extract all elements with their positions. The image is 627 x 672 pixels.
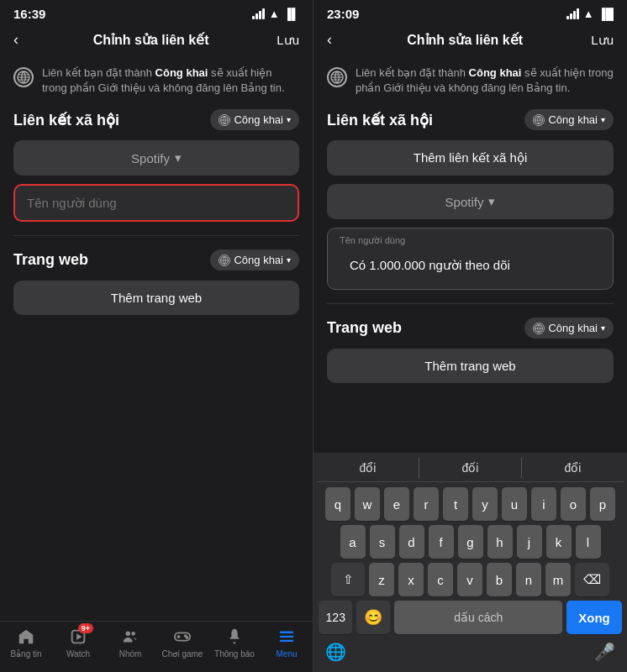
left-visibility-globe (219, 114, 230, 126)
key-t[interactable]: t (443, 487, 468, 521)
key-numbers[interactable]: 123 (319, 601, 352, 634)
svg-point-5 (126, 632, 131, 637)
key-backspace[interactable]: ⌫ (575, 563, 609, 596)
key-n[interactable]: n (516, 563, 541, 596)
left-username-input[interactable] (13, 184, 299, 222)
right-chevron-icon: ▾ (488, 194, 495, 209)
left-web-visibility-btn[interactable]: Công khai ▾ (210, 249, 299, 270)
right-social-title: Liên kết xã hội (327, 111, 433, 129)
suggestion-1[interactable]: đổi (317, 458, 419, 478)
key-z[interactable]: z (369, 563, 394, 596)
right-social-visibility-btn[interactable]: Công khai ▾ (524, 109, 614, 130)
right-web-visibility-btn[interactable]: Công khai ▾ (524, 318, 614, 339)
bell-icon (224, 627, 245, 647)
keyboard-suggestions: đổi đối đổi (317, 458, 624, 482)
right-battery-icon: ▐█ (598, 8, 614, 20)
svg-point-12 (187, 637, 188, 638)
keyboard-row-1: q w e r t y u i o p (317, 487, 624, 521)
right-add-social-button[interactable]: Thêm liên kết xã hội (327, 140, 614, 176)
key-d[interactable]: d (399, 525, 424, 559)
svg-rect-15 (280, 640, 294, 642)
key-p[interactable]: p (590, 487, 615, 521)
left-nav-game-label: Chơi game (162, 649, 203, 659)
keyboard-bottom-bar: 🌐 🎤 (317, 638, 624, 669)
left-status-bar: 16:39 ▲ ▐▌ (0, 0, 313, 24)
right-input-wrapper: Tên người dùng (327, 228, 614, 290)
right-phone-panel: 23:09 ▲ ▐█ ‹ Chỉnh sửa liên kết Lưu (314, 0, 627, 672)
left-divider (13, 235, 299, 236)
key-y[interactable]: y (472, 487, 498, 521)
right-divider (327, 303, 614, 304)
keyboard-row-2: a s d f g h j k l (317, 525, 624, 559)
right-back-button[interactable]: ‹ (327, 31, 332, 49)
keyboard-globe-icon[interactable]: 🌐 (325, 642, 346, 662)
key-r[interactable]: r (414, 487, 439, 521)
left-save-button[interactable]: Lưu (277, 33, 299, 48)
key-s[interactable]: s (370, 525, 395, 559)
key-a[interactable]: a (340, 525, 366, 559)
left-social-visibility-btn[interactable]: Công khai ▾ (210, 109, 299, 130)
key-w[interactable]: w (355, 487, 380, 521)
right-content: Liên kết bạn đặt thành Công khai sẽ xuất… (314, 55, 627, 453)
left-nav-groups[interactable]: Nhóm (104, 627, 156, 659)
right-nav-bar: ‹ Chỉnh sửa liên kết Lưu (314, 24, 627, 55)
key-q[interactable]: q (325, 487, 350, 521)
right-nav-title: Chỉnh sửa liên kết (339, 32, 591, 48)
left-info-text: Liên kết bạn đặt thành Công khai sẽ xuất… (42, 66, 299, 96)
key-g[interactable]: g (458, 525, 483, 559)
globe-small-svg (220, 116, 229, 124)
key-shift[interactable]: ⇧ (331, 563, 365, 596)
left-back-button[interactable]: ‹ (13, 31, 18, 49)
right-web-title: Trang web (327, 319, 402, 337)
key-u[interactable]: u (502, 487, 527, 521)
key-c[interactable]: c (428, 563, 453, 596)
key-i[interactable]: i (531, 487, 556, 521)
key-h[interactable]: h (487, 525, 513, 559)
right-save-button[interactable]: Lưu (591, 33, 614, 48)
left-nav-notifications[interactable]: Thông báo (208, 627, 261, 659)
left-status-icons: ▲ ▐▌ (252, 8, 299, 20)
groups-icon (120, 627, 140, 647)
svg-rect-14 (280, 636, 294, 638)
svg-point-6 (131, 632, 135, 636)
chevron-down-icon: ▾ (287, 115, 291, 124)
left-phone-panel: 16:39 ▲ ▐▌ ‹ Chỉnh sửa liên kết Lưu (0, 0, 314, 672)
left-nav-watch-label: Watch (66, 649, 90, 659)
left-nav-watch[interactable]: 9+ Watch (52, 627, 104, 659)
right-globe-small-svg (535, 116, 543, 124)
key-space[interactable]: dấu cách (394, 601, 562, 634)
suggestion-2[interactable]: đối (419, 458, 521, 478)
key-emoji[interactable]: 😊 (356, 601, 390, 634)
key-o[interactable]: o (561, 487, 586, 521)
left-nav-home[interactable]: Bảng tin (0, 627, 52, 659)
right-username-input[interactable] (338, 248, 603, 282)
left-nav-bar: ‹ Chỉnh sửa liên kết Lưu (0, 24, 313, 55)
key-b[interactable]: b (487, 563, 512, 596)
right-web-section-header: Trang web Công khai ▾ (327, 318, 614, 339)
left-platform-button[interactable]: Spotify ▾ (13, 140, 299, 176)
key-f[interactable]: f (429, 525, 454, 559)
left-nav-game[interactable]: Chơi game (156, 627, 208, 659)
key-e[interactable]: e (384, 487, 409, 521)
key-x[interactable]: x (398, 563, 424, 596)
key-k[interactable]: k (546, 525, 572, 559)
left-nav-menu[interactable]: Menu (261, 627, 313, 659)
suggestion-3[interactable]: đổi (521, 458, 624, 478)
right-platform-button[interactable]: Spotify ▾ (327, 184, 614, 219)
key-v[interactable]: v (457, 563, 482, 596)
key-m[interactable]: m (545, 563, 571, 596)
chevron-down-icon: ▾ (287, 255, 291, 265)
keyboard-mic-icon[interactable]: 🎤 (594, 642, 615, 662)
watch-icon: 9+ (68, 627, 88, 647)
key-j[interactable]: j (517, 525, 542, 559)
keyboard-row-4: 123 😊 dấu cách Xong (317, 601, 624, 634)
left-bottom-nav: Bảng tin 9+ Watch Nhóm (0, 621, 313, 672)
game-svg (173, 627, 192, 646)
left-web-title: Trang web (13, 251, 88, 269)
key-l[interactable]: l (576, 525, 601, 559)
battery-icon: ▐▌ (284, 8, 299, 20)
left-add-web-button[interactable]: Thêm trang web (13, 281, 299, 315)
right-add-web-button[interactable]: Thêm trang web (327, 349, 614, 383)
key-done[interactable]: Xong (566, 601, 622, 634)
left-nav-groups-label: Nhóm (119, 649, 142, 659)
